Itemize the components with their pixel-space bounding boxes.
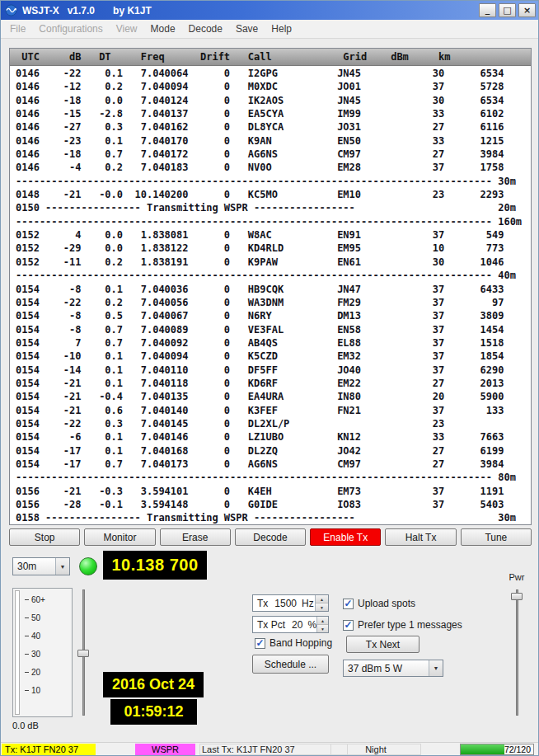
decode-row: 0148 -21 -0.0 10.140200 0 KC5MO EM10 23 … xyxy=(16,188,531,201)
tx-progress-bar: 72/120 xyxy=(460,744,534,755)
power-selector-value: 37 dBm 5 W xyxy=(348,663,402,674)
tx-pct-spinbox[interactable]: Tx Pct20% ▲ ▼ xyxy=(252,616,329,633)
meter-tick xyxy=(25,672,29,673)
time-display: 01:59:12 xyxy=(110,699,197,725)
stop-button[interactable]: Stop xyxy=(9,528,80,546)
spin-down-icon[interactable]: ▼ xyxy=(317,625,328,632)
status-bar: Tx: K1JT FN20 37 WSPR Last Tx: K1JT FN20… xyxy=(1,742,538,755)
decode-row: 0146 -12 0.2 7.040094 0 M0XDC JO01 37 57… xyxy=(16,80,531,93)
tx-pct-text: Tx Pct20% xyxy=(253,619,316,631)
decode-row: 0154 -14 0.1 7.040110 0 DF5FF JO40 37 62… xyxy=(16,364,531,377)
slider-handle[interactable] xyxy=(511,593,523,600)
decode-row: 0146 -18 0.7 7.040172 0 AG6NS CM97 27 39… xyxy=(16,148,531,161)
close-button[interactable]: × xyxy=(518,3,536,17)
decode-row: 0152 -11 0.2 1.838191 0 K9PAW EN61 30 10… xyxy=(16,256,531,269)
meter-scale-label: 20 xyxy=(31,668,40,677)
mode-badge: WSPR xyxy=(135,744,195,755)
decode-row: 0154 -6 0.1 7.040146 0 LZ1UBO KN12 33 76… xyxy=(16,430,531,444)
tune-button[interactable]: Tune xyxy=(461,528,532,546)
menu-view[interactable]: View xyxy=(110,20,144,38)
maximize-icon: □ xyxy=(503,5,511,16)
band-separator-row: ----------------------------------------… xyxy=(16,215,531,228)
day-night-status: Night xyxy=(330,744,421,755)
maximize-button[interactable]: □ xyxy=(499,3,516,17)
checkmark-icon: ✓ xyxy=(255,638,265,649)
decode-row: 0146 -23 0.1 7.040170 0 K9AN EN50 33 121… xyxy=(16,134,531,148)
band-separator-row: ----------------------------------------… xyxy=(16,269,531,282)
meter-tick xyxy=(25,617,29,618)
menu-file[interactable]: File xyxy=(3,20,32,38)
spin-up-icon[interactable]: ▲ xyxy=(317,617,328,625)
chevron-down-icon: ▼ xyxy=(55,558,69,575)
band-separator-row: ----------------------------------------… xyxy=(16,175,531,188)
decode-row: 0152 -29 0.0 1.838122 0 KD4RLD EM95 10 7… xyxy=(16,242,531,255)
frequency-display: 10.138 700 xyxy=(103,551,207,580)
decode-table-panel: UTC dB DT Freq Drift Call Grid dBm km 01… xyxy=(9,48,532,525)
tx-progress-label: 72/120 xyxy=(504,744,531,754)
spin-down-icon[interactable]: ▼ xyxy=(316,603,328,611)
rx-status-led xyxy=(79,557,97,575)
monitor-button[interactable]: Monitor xyxy=(84,528,155,546)
decode-row: 0156 -21 -0.3 3.594101 0 K4EH EM73 37 11… xyxy=(16,485,531,498)
halt-tx-button[interactable]: Halt Tx xyxy=(385,528,456,546)
decode-row: 0154 -8 0.7 7.040089 0 VE3FAL EN58 37 14… xyxy=(16,323,531,336)
menu-configurations[interactable]: Configurations xyxy=(32,20,109,38)
erase-button[interactable]: Erase xyxy=(160,528,231,546)
meter-tick xyxy=(25,636,29,636)
meter-tick xyxy=(25,690,29,691)
band-hopping-label: Band Hopping xyxy=(270,637,332,649)
menu-bar: File Configurations View Mode Decode Sav… xyxy=(1,20,538,39)
rx-gain-slider[interactable] xyxy=(77,588,90,717)
decode-row: 0154 -21 0.1 7.040118 0 KD6RF EM22 27 20… xyxy=(16,377,531,390)
tx-freq-spinbox[interactable]: Tx1500Hz ▲ ▼ xyxy=(252,594,329,612)
meter-scale-label: 50 xyxy=(31,613,40,622)
menu-decode[interactable]: Decode xyxy=(182,20,229,38)
signal-meter-scale: 60+ 50 40 30 20 10 xyxy=(25,590,70,699)
last-tx-status: Last Tx: K1JT FN20 37 xyxy=(199,744,348,755)
slider-handle[interactable] xyxy=(77,650,89,657)
decode-row: 0146 -4 0.2 7.040183 0 NV0O EM28 37 1758 xyxy=(16,161,531,174)
upload-spots-checkbox[interactable]: ✓ Upload spots xyxy=(343,597,415,610)
decode-row: 0146 -27 0.3 7.040162 0 DL8YCA JO31 27 6… xyxy=(16,120,531,134)
table-header: UTC dB DT Freq Drift Call Grid dBm km xyxy=(10,49,531,66)
tx-next-button[interactable]: Tx Next xyxy=(346,636,419,653)
decode-row: 0154 -17 0.1 7.040168 0 DL2ZQ JO42 27 61… xyxy=(16,444,531,458)
decode-row: 0154 -21 -0.4 7.040135 0 EA4URA IN80 20 … xyxy=(16,390,531,403)
menu-help[interactable]: Help xyxy=(265,20,298,38)
power-selector[interactable]: 37 dBm 5 W ▼ xyxy=(343,660,443,677)
band-hopping-checkbox[interactable]: ✓ Band Hopping xyxy=(255,636,332,650)
pwr-label: Pwr xyxy=(500,572,533,582)
decode-row: 0154 -22 0.3 7.040145 0 DL2XL/P 23 xyxy=(16,417,531,430)
decode-row: 0154 -10 0.1 7.040094 0 K5CZD EM32 37 18… xyxy=(16,350,531,363)
main-buttons-row: Stop Monitor Erase Decode Enable Tx Halt… xyxy=(9,528,532,546)
meter-scale-label: 30 xyxy=(31,650,40,659)
title-bar[interactable]: WSJT-X v1.7.0 by K1JT _ □ × xyxy=(1,1,538,20)
meter-tick xyxy=(25,654,29,655)
menu-save[interactable]: Save xyxy=(229,20,265,38)
band-selector[interactable]: 30m ▼ xyxy=(12,557,70,575)
decode-row: 0146 -15 -2.8 7.040137 0 EA5CYA IM99 33 … xyxy=(16,107,531,120)
decode-row: 0146 -18 0.0 7.040124 0 IK2AOS JN45 30 6… xyxy=(16,94,531,107)
enable-tx-button[interactable]: Enable Tx xyxy=(310,528,381,546)
meter-scale-label: 60+ xyxy=(31,595,45,604)
decode-row: 0154 -21 0.6 7.040140 0 K3FEF FN21 37 13… xyxy=(16,404,531,417)
schedule-button[interactable]: Schedule ... xyxy=(252,655,329,674)
minimize-button[interactable]: _ xyxy=(479,3,496,17)
signal-level-bar xyxy=(15,590,20,715)
transmit-row: 0150 ---------------- Transmitting WSPR … xyxy=(16,201,531,214)
tx-status-badge: Tx: K1JT FN20 37 xyxy=(2,744,96,755)
pwr-slider[interactable] xyxy=(510,588,523,717)
table-body[interactable]: 0146 -22 0.1 7.040064 0 I2GPG JN45 30 65… xyxy=(10,66,531,524)
meter-scale-label: 40 xyxy=(31,632,40,641)
band-selector-value: 30m xyxy=(17,561,36,572)
checkmark-icon: ✓ xyxy=(343,599,354,609)
prefer-type1-checkbox[interactable]: ✓ Prefer type 1 messages xyxy=(343,618,462,632)
spin-up-icon[interactable]: ▲ xyxy=(316,595,328,603)
decode-button[interactable]: Decode xyxy=(235,528,306,546)
decode-row: 0156 -28 -0.1 3.594148 0 G0IDE IO83 37 5… xyxy=(16,498,531,511)
slider-groove xyxy=(516,589,518,716)
transmit-row: 0158 ---------------- Transmitting WSPR … xyxy=(16,511,531,524)
decode-row: 0154 7 0.7 7.040092 0 AB4QS EL88 37 1518 xyxy=(16,336,531,350)
menu-mode[interactable]: Mode xyxy=(144,20,182,38)
meter-readout: 0.0 dB xyxy=(12,721,39,730)
